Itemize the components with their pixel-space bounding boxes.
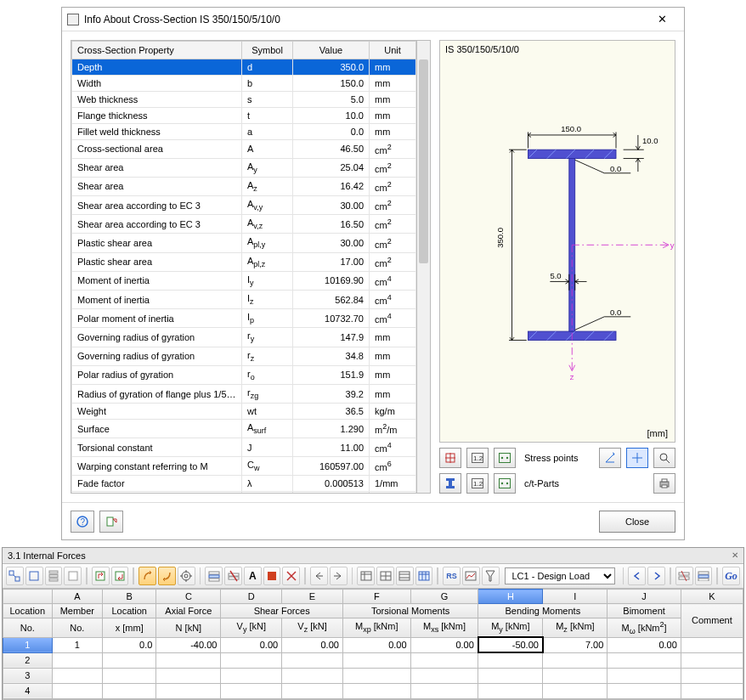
stress-points-dims-icon[interactable]: [439, 448, 461, 468]
col-letter-B[interactable]: B: [103, 590, 156, 604]
tb-units[interactable]: [138, 567, 156, 585]
property-row[interactable]: Web thicknesss5.0mm: [72, 92, 416, 108]
col-letter-D[interactable]: D: [221, 590, 282, 604]
help-icon[interactable]: ?: [71, 511, 94, 533]
grid-cell[interactable]: [221, 652, 282, 668]
forces-grid[interactable]: ABCDEFGHIJK Location Member Location Axi…: [3, 589, 743, 699]
export-icon[interactable]: [99, 511, 123, 533]
axes-principal-icon[interactable]: [626, 448, 648, 468]
col-value[interactable]: Value: [293, 42, 370, 59]
grid-row[interactable]: 3: [3, 668, 743, 683]
tb-bold[interactable]: A: [244, 567, 262, 585]
row-head[interactable]: 2: [3, 652, 53, 668]
property-row[interactable]: Moment of inertiaIy10169.90cm4: [72, 271, 416, 290]
grid-cell[interactable]: [478, 652, 543, 668]
grid-cell[interactable]: [681, 637, 743, 652]
col-letter-E[interactable]: E: [282, 590, 343, 604]
scrollbar[interactable]: [417, 40, 431, 494]
grid-cell[interactable]: [156, 668, 221, 683]
print-preview-icon[interactable]: [653, 448, 675, 468]
property-row[interactable]: Plastic shear areaApl,z17.00cm2: [72, 252, 416, 271]
grid-cell[interactable]: 0.00: [342, 637, 410, 652]
tb-red[interactable]: [263, 567, 281, 585]
grid-cell[interactable]: [103, 652, 156, 668]
property-row[interactable]: Shear area according to EC 3Av,z16.50cm2: [72, 215, 416, 234]
grid-cell[interactable]: [52, 652, 102, 668]
tb-expand[interactable]: [695, 567, 713, 585]
grid-cell[interactable]: [478, 683, 543, 698]
grid-cell[interactable]: [681, 683, 743, 698]
section-preview[interactable]: IS 350/150/5/10/0 [mm]: [439, 40, 675, 443]
grid-row[interactable]: 4: [3, 683, 743, 698]
tb-export[interactable]: [92, 567, 110, 585]
corner-cell[interactable]: [3, 590, 53, 604]
ct-parts-section-icon[interactable]: [439, 473, 461, 494]
grid-cell[interactable]: [342, 668, 410, 683]
tb-funnel[interactable]: [482, 567, 500, 585]
property-row[interactable]: Warping constant referring to MCw160597.…: [72, 456, 416, 475]
tb-table4[interactable]: [415, 567, 433, 585]
col-letter-A[interactable]: A: [52, 590, 102, 604]
property-row[interactable]: Polar moment of inertiaIp10732.70cm4: [72, 309, 416, 328]
grid-cell[interactable]: -40.00: [156, 637, 221, 652]
property-row[interactable]: Plastic shear areaApl,y30.00cm2: [72, 234, 416, 252]
tb-empty[interactable]: [64, 567, 82, 585]
property-row[interactable]: Cross-sectional areaA46.50cm2: [72, 140, 416, 159]
property-row[interactable]: Elastic section modulusSy581.14cm3: [72, 492, 416, 494]
property-row[interactable]: Shear areaAy25.04cm2: [72, 158, 416, 177]
tb-insert-row[interactable]: [205, 567, 223, 585]
grid-cell[interactable]: [282, 652, 343, 668]
tb-clear[interactable]: [282, 567, 300, 585]
property-row[interactable]: Radius of gyration of flange plus 1/5 of…: [72, 384, 416, 403]
property-row[interactable]: Polar radius of gyrationro151.9mm: [72, 365, 416, 384]
grid-cell[interactable]: [342, 683, 410, 698]
col-letter-I[interactable]: I: [543, 590, 608, 604]
grid-cell[interactable]: [282, 668, 343, 683]
grid-cell[interactable]: 7.00: [543, 637, 608, 652]
tb-table3[interactable]: [396, 567, 414, 585]
grid-cell[interactable]: [410, 652, 478, 668]
grid-row[interactable]: 2: [3, 652, 743, 668]
grid-cell[interactable]: [103, 683, 156, 698]
property-row[interactable]: Governing radius of gyrationry147.9mm: [72, 328, 416, 347]
print-icon[interactable]: [653, 473, 675, 494]
tb-shift-right[interactable]: [330, 567, 348, 585]
row-head[interactable]: 4: [3, 683, 53, 698]
close-button[interactable]: Close: [599, 511, 675, 533]
property-row[interactable]: Flange thicknesst10.0mm: [72, 108, 416, 124]
property-row[interactable]: Fillet weld thicknessa0.0mm: [72, 124, 416, 140]
col-letter-C[interactable]: C: [156, 590, 221, 604]
axes-local-icon[interactable]: [599, 448, 621, 468]
panel-close-icon[interactable]: ✕: [732, 550, 738, 561]
tb-prev[interactable]: [628, 567, 646, 585]
ct-parts-details-icon[interactable]: [494, 473, 516, 494]
grid-cell[interactable]: [543, 652, 608, 668]
grid-cell[interactable]: [410, 683, 478, 698]
tb-table1[interactable]: [357, 567, 375, 585]
col-letter-J[interactable]: J: [608, 590, 681, 604]
grid-cell[interactable]: 1: [52, 637, 102, 652]
col-unit[interactable]: Unit: [370, 42, 416, 59]
col-letter-H[interactable]: H: [478, 590, 543, 604]
grid-cell[interactable]: [681, 652, 743, 668]
tb-table2[interactable]: [376, 567, 394, 585]
grid-cell[interactable]: [221, 668, 282, 683]
grid-cell[interactable]: [103, 668, 156, 683]
grid-cell[interactable]: [156, 683, 221, 698]
col-symbol[interactable]: Symbol: [242, 42, 293, 59]
grid-cell[interactable]: [608, 683, 681, 698]
grid-cell[interactable]: [282, 683, 343, 698]
grid-cell[interactable]: [410, 668, 478, 683]
grid-cell[interactable]: 0.0: [103, 637, 156, 652]
col-property[interactable]: Cross-Section Property: [72, 42, 242, 59]
tb-target[interactable]: [178, 567, 195, 585]
property-row[interactable]: Torsional constantJ11.00cm4: [72, 438, 416, 457]
tb-collapse[interactable]: [675, 567, 693, 585]
row-head[interactable]: 1: [3, 637, 53, 652]
tb-relations[interactable]: [6, 567, 24, 585]
property-row[interactable]: Weightwt36.5kg/m: [72, 404, 416, 420]
col-letter-F[interactable]: F: [342, 590, 410, 604]
load-case-select[interactable]: LC1 - Design Load: [505, 567, 615, 584]
stress-points-numbers-icon[interactable]: 1.2: [466, 448, 489, 468]
grid-cell[interactable]: [156, 652, 221, 668]
